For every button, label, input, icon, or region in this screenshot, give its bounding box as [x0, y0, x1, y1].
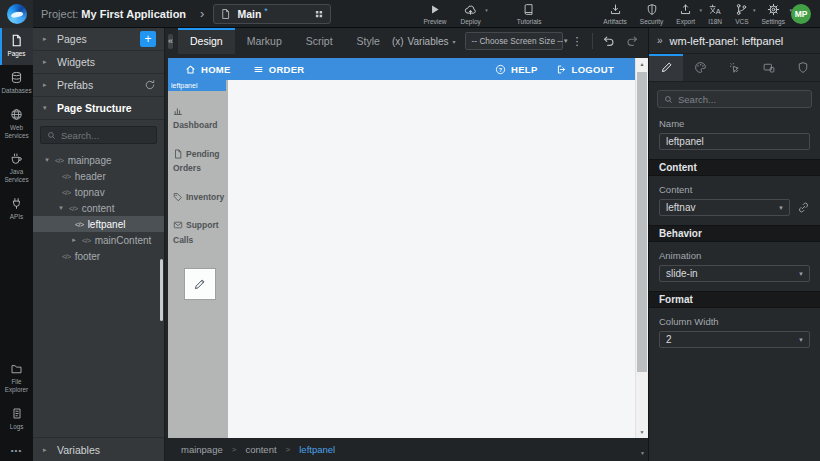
panel-scrollbar-thumb[interactable]: [160, 259, 163, 321]
leftpanel-widget[interactable]: Dashboard Pending Orders Inventory Suppo…: [168, 80, 228, 438]
tree-node-maincontent[interactable]: ▸ </> mainContent: [33, 232, 164, 248]
tab-devices[interactable]: [752, 54, 786, 81]
scroll-down-icon[interactable]: ▼: [636, 426, 648, 438]
caret-down-icon: ▾: [43, 156, 51, 164]
settings-button[interactable]: ▾ Settings: [762, 3, 786, 25]
grid-icon: [314, 9, 324, 19]
user-avatar[interactable]: MP: [791, 4, 811, 24]
security-button[interactable]: Security: [640, 3, 663, 25]
bind-link-icon[interactable]: [797, 201, 810, 214]
properties-tabs: [649, 54, 820, 82]
section-behavior: Behavior: [649, 225, 820, 242]
caret-down-icon: ▼: [798, 337, 804, 343]
tree-node-leftpanel[interactable]: </> leftpanel: [33, 216, 164, 232]
rail-item-java-services[interactable]: Java Services: [0, 146, 33, 191]
expand-panel-icon[interactable]: »: [657, 35, 663, 46]
tutorials-button[interactable]: Tutorials: [517, 3, 542, 25]
tab-styles[interactable]: [683, 54, 717, 81]
canvas-scrollbar[interactable]: ▲ ▼: [635, 58, 648, 438]
properties-panel: » wm-left-panel: leftpanel Search...: [648, 28, 820, 461]
code-icon: </>: [62, 253, 71, 260]
tree-node-topnav[interactable]: </> topnav: [33, 184, 164, 200]
rail-label: File Explorer: [1, 378, 32, 394]
breadcrumb-leftpanel[interactable]: leftpanel: [299, 444, 335, 455]
tab-design[interactable]: Design: [178, 28, 235, 54]
tab-script[interactable]: Script: [294, 28, 345, 54]
edit-widget-button[interactable]: [185, 269, 215, 299]
collapse-left-panel-button[interactable]: «: [168, 34, 173, 49]
topnav-home-link[interactable]: HOME: [185, 64, 231, 75]
rail-item-apis[interactable]: APIs: [0, 191, 33, 228]
deploy-button[interactable]: ▾ Deploy: [461, 3, 481, 25]
section-pages[interactable]: ▸ Pages +: [33, 28, 164, 51]
section-label: Page Structure: [57, 102, 132, 114]
export-label: Export: [676, 18, 695, 25]
tree-label: header: [75, 171, 106, 182]
tree-node-content[interactable]: ▾ </> content: [33, 200, 164, 216]
topnav-order-link[interactable]: ORDER: [253, 64, 305, 75]
rail-item-pages[interactable]: Pages: [0, 28, 33, 65]
unsaved-indicator-icon: *: [264, 6, 268, 16]
variables-dropdown[interactable]: (x) Variables ▾: [392, 36, 456, 47]
properties-header: » wm-left-panel: leftpanel: [649, 28, 820, 54]
redo-button[interactable]: [625, 34, 639, 48]
preview-button[interactable]: Preview: [423, 3, 446, 25]
tab-properties[interactable]: [649, 54, 683, 81]
rail-item-web-services[interactable]: Web Services: [0, 102, 33, 147]
i18n-button[interactable]: A I18N: [708, 3, 722, 25]
i18n-label: I18N: [708, 18, 722, 25]
artifacts-button[interactable]: Artifacts: [603, 3, 626, 25]
preview-label: Preview: [423, 18, 446, 25]
breadcrumb-mainpage[interactable]: mainpage: [181, 444, 223, 455]
tab-security[interactable]: [786, 54, 820, 81]
undo-button[interactable]: [602, 34, 616, 48]
gear-icon: [767, 3, 780, 16]
tree-node-footer[interactable]: </> footer: [33, 248, 164, 264]
cloud-upload-icon: [463, 3, 478, 16]
properties-search-input[interactable]: Search...: [657, 90, 812, 108]
canvas-scrollbar-thumb[interactable]: [637, 72, 647, 372]
export-button[interactable]: ▾ Export: [676, 3, 695, 25]
screen-size-select[interactable]: -- Choose Screen Size -- ▼: [465, 32, 563, 50]
vcs-button[interactable]: ▾ VCS: [735, 3, 748, 25]
tree-search-input[interactable]: Search...: [40, 126, 157, 144]
rail-item-logs[interactable]: Logs: [0, 401, 33, 438]
tab-events[interactable]: [717, 54, 751, 81]
animation-select[interactable]: slide-in ▼: [659, 265, 810, 282]
section-prefabs[interactable]: ▸ Prefabs: [33, 74, 164, 97]
leftnav-item-dashboard[interactable]: Dashboard: [173, 104, 226, 133]
caret-right-icon: ▸: [70, 236, 78, 244]
leftnav-item-support-calls[interactable]: Support Calls: [173, 218, 226, 247]
leftnav-label: Dashboard: [173, 120, 217, 130]
palette-icon: [694, 61, 707, 74]
tab-style[interactable]: Style: [345, 28, 392, 54]
section-page-structure[interactable]: ▾ Page Structure: [33, 97, 164, 120]
leftnav-item-inventory[interactable]: Inventory: [173, 190, 226, 204]
topnav-logout-link[interactable]: LOGOUT: [556, 64, 614, 75]
page-selector[interactable]: Main *: [213, 4, 331, 24]
refresh-icon[interactable]: [144, 79, 156, 91]
tab-markup[interactable]: Markup: [235, 28, 294, 54]
scroll-up-icon[interactable]: ▲: [636, 58, 648, 70]
rail-item-databases[interactable]: Databases: [0, 65, 33, 102]
leftnav-item-pending-orders[interactable]: Pending Orders: [173, 147, 226, 176]
folder-icon: [10, 363, 23, 375]
topnav-help-link[interactable]: ? HELP: [495, 64, 538, 75]
name-input[interactable]: [659, 133, 810, 150]
column-width-select[interactable]: 2 ▼: [659, 331, 810, 348]
tree-label: mainpage: [68, 155, 112, 166]
content-select[interactable]: leftnav ▼: [659, 199, 790, 216]
section-variables[interactable]: ▸ Variables: [33, 437, 164, 461]
add-page-button[interactable]: +: [140, 31, 156, 47]
app-logo[interactable]: [0, 0, 33, 28]
rail-item-file-explorer[interactable]: File Explorer: [0, 357, 33, 401]
tree-node-mainpage[interactable]: ▾ </> mainpage: [33, 152, 164, 168]
more-options-icon[interactable]: •••: [0, 438, 33, 461]
wavemaker-logo-icon: [7, 4, 27, 24]
breadcrumb-content[interactable]: content: [245, 444, 276, 455]
more-menu-icon[interactable]: ⋮: [572, 35, 583, 48]
wavemaker-studio: Project: My First Application › Main * P…: [0, 0, 820, 461]
tree-node-header[interactable]: </> header: [33, 168, 164, 184]
left-icon-rail: Pages Databases Web Services Java Servic…: [0, 28, 33, 461]
section-widgets[interactable]: ▸ Widgets: [33, 51, 164, 74]
